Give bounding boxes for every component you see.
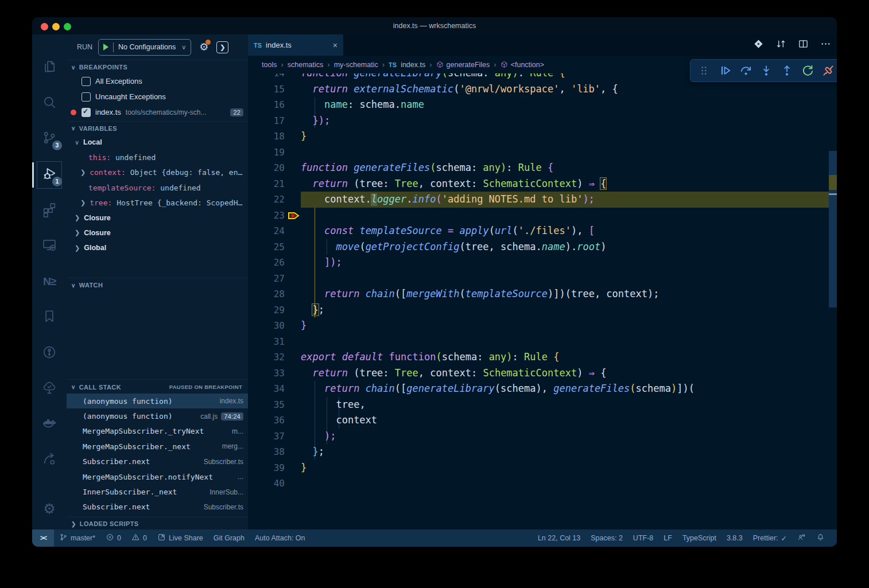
code-line-15[interactable]: 15 return externalSchematic('@nrwl/works… (248, 81, 829, 98)
status-item-typescript[interactable]: TypeScript (677, 529, 721, 547)
callstack-frame[interactable]: InnerSubscriber._next InnerSub... (67, 484, 248, 499)
callstack-frame[interactable]: MergeMapSubscriber._next merg... (67, 439, 248, 454)
variable-row[interactable]: ∨Local (67, 135, 248, 150)
line-number[interactable]: 33 (248, 365, 285, 381)
variable-row[interactable]: ❯Closure (67, 225, 248, 240)
activity-item-source-control[interactable]: 3 (32, 124, 67, 154)
activity-item-run-debug[interactable]: 1 (32, 160, 67, 190)
line-number[interactable]: 21 (248, 176, 285, 192)
line-number[interactable]: 34 (248, 381, 285, 397)
breakpoint-row[interactable]: Uncaught Exceptions (67, 89, 248, 104)
activity-item-extensions[interactable] (32, 196, 67, 225)
code-line-25[interactable]: 25 move(getProjectConfig(tree, schema.na… (248, 239, 829, 255)
activity-item-testing[interactable] (32, 374, 67, 404)
code-line-29[interactable]: 29 }; (248, 302, 829, 318)
code-line-24[interactable]: 24 const templateSource = apply(url('./f… (248, 223, 829, 239)
line-number[interactable]: 32 (248, 349, 285, 365)
callstack-frame[interactable]: (anonymous function) call.js74:24 (67, 408, 248, 423)
code-line-33[interactable]: 33 return (tree: Tree, context: Schemati… (248, 365, 829, 381)
code-line-32[interactable]: 32export default function(schema: any): … (248, 349, 829, 365)
line-number[interactable]: 38 (248, 444, 285, 460)
configure-gear-button[interactable]: ⚙ (199, 41, 208, 53)
status-item-feedback-icon[interactable] (792, 529, 811, 547)
callstack-frame[interactable]: Subscriber.next Subscriber.ts (67, 500, 248, 515)
breakpoints-section-header[interactable]: ∨BREAKPOINTS (67, 60, 248, 73)
code-line-38[interactable]: 38 }; (248, 444, 829, 460)
line-number[interactable]: 31 (248, 334, 285, 350)
line-number[interactable]: 37 (248, 429, 285, 445)
line-number[interactable]: 20 (248, 160, 285, 176)
code-line-34[interactable]: 34 return chain([generateLibrary(schema)… (248, 381, 829, 397)
breakpoint-row[interactable]: index.tstools/schematics/my-sch...22 (67, 104, 248, 120)
activity-item-bookmarks[interactable] (32, 302, 67, 332)
restart-icon[interactable] (797, 60, 818, 81)
tab-index-ts[interactable]: TS index.ts × (248, 34, 343, 56)
step-out-icon[interactable] (777, 60, 797, 81)
line-number[interactable]: 36 (248, 412, 285, 429)
callstack-frame[interactable]: Subscriber.next Subscriber.ts (67, 454, 248, 469)
status-item-utf-8[interactable]: UTF-8 (628, 529, 658, 547)
code-line-36[interactable]: 36 context (248, 412, 829, 429)
activity-item-gitlens[interactable] (32, 445, 67, 475)
line-number[interactable]: 26 (248, 255, 285, 271)
activity-item-search[interactable] (32, 88, 67, 118)
variable-row[interactable]: ❯context: Object {debug: false, en… (67, 165, 248, 180)
line-number[interactable]: 19 (248, 145, 285, 161)
code-line-39[interactable]: 39} (248, 460, 829, 476)
code-line-30[interactable]: 30} (248, 318, 829, 334)
code-line-28[interactable]: 28 return chain([mergeWith(templateSourc… (248, 286, 829, 302)
activity-item-explorer[interactable] (32, 53, 67, 83)
variable-row[interactable]: ❯Global (67, 240, 248, 255)
line-number[interactable]: 17 (248, 113, 285, 129)
code-line-40[interactable]: 40 (248, 476, 829, 492)
compare-changes-icon[interactable] (775, 38, 786, 52)
status-item-ln-22-col-13[interactable]: Ln 22, Col 13 (533, 529, 585, 547)
code-line-22[interactable]: 22 context.logger.info('adding NOTES.md … (248, 192, 829, 208)
debug-console-button[interactable]: ❯ (216, 41, 228, 53)
line-number[interactable]: 25 (248, 239, 285, 255)
line-number[interactable]: 18 (248, 128, 285, 145)
status-item-prettier[interactable]: Prettier:✓ (748, 529, 792, 547)
line-number[interactable]: 28 (248, 286, 285, 302)
callstack-frame[interactable]: (anonymous function) index.ts (67, 394, 248, 408)
status-item-spaces-2[interactable]: Spaces: 2 (585, 529, 628, 547)
variable-row[interactable]: ❯Closure (67, 211, 248, 225)
status-item-master[interactable]: master* (54, 529, 100, 547)
code-line-19[interactable]: 19 (248, 145, 829, 161)
line-number[interactable]: 35 (248, 397, 285, 413)
code-line-26[interactable]: 26 ]); (248, 255, 829, 271)
code-line-23[interactable]: 23 (248, 208, 829, 224)
activity-item-docker[interactable] (32, 410, 67, 439)
activity-item-nx-console[interactable]: N≥ (32, 267, 67, 297)
callstack-frame[interactable]: MergeMapSubscriber.notifyNext ... (67, 469, 248, 484)
disconnect-icon[interactable] (818, 60, 837, 81)
line-number[interactable]: 22 (248, 192, 285, 208)
breadcrumb-item[interactable]: tools (262, 61, 277, 69)
breakpoint-checkbox[interactable] (82, 77, 91, 86)
breakpoint-checkbox[interactable] (82, 108, 91, 117)
line-number[interactable]: 39 (248, 460, 285, 476)
code-line-37[interactable]: 37 ); (248, 429, 829, 445)
activity-item-settings[interactable]: ⚙ (32, 494, 67, 524)
variable-row[interactable]: this: undefined (67, 150, 248, 165)
callstack-section-header[interactable]: ∨CALL STACK PAUSED ON BREAKPOINT (67, 379, 248, 394)
close-icon[interactable]: × (333, 41, 337, 50)
status-item-git-graph[interactable]: Git Graph (208, 529, 250, 547)
breadcrumb-item[interactable]: <function> (501, 61, 544, 69)
split-editor-icon[interactable] (798, 38, 809, 52)
loaded-scripts-header[interactable]: ❯LOADED SCRIPTS (67, 517, 248, 529)
remote-indicator[interactable]: >< (32, 529, 54, 547)
callstack-frame[interactable]: MergeMapSubscriber._tryNext m... (67, 424, 248, 439)
line-number[interactable]: 24 (248, 223, 285, 239)
code-line-18[interactable]: 18} (248, 128, 829, 145)
code-line-21[interactable]: 21 return (tree: Tree, context: Schemati… (248, 176, 829, 192)
drag-handle[interactable] (694, 60, 715, 81)
scrollbar-thumb[interactable] (829, 151, 837, 307)
status-item-0[interactable]: 0 (100, 529, 126, 547)
activity-item-history[interactable] (32, 338, 67, 368)
continue-icon[interactable] (715, 60, 735, 81)
status-item-bell-icon[interactable] (811, 529, 830, 547)
breadcrumb-item[interactable]: TSindex.ts (389, 61, 425, 69)
launch-config-dropdown[interactable]: No Configurations ∨ (98, 39, 191, 56)
open-changes-icon[interactable] (753, 38, 764, 52)
